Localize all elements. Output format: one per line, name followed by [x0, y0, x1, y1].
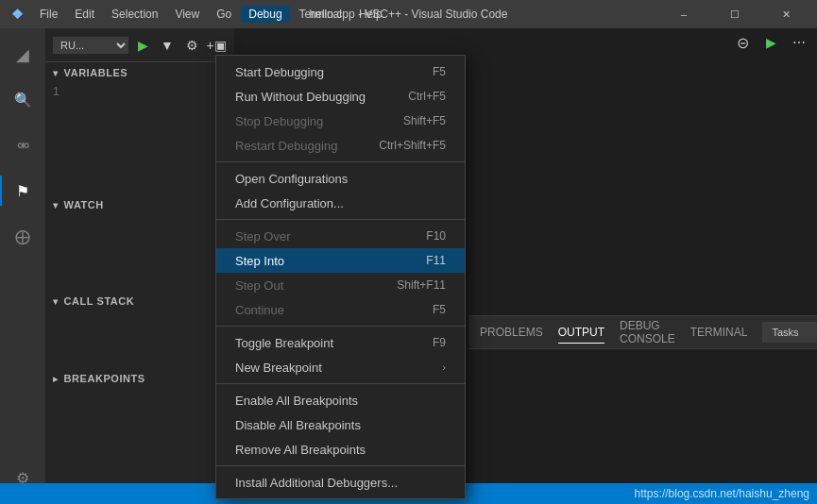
menu-item-shortcut: F5	[433, 65, 446, 78]
menu-item-run-without-debugging[interactable]: Run Without DebuggingCtrl+F5	[216, 84, 465, 109]
menu-item-label: Step Into	[235, 254, 284, 268]
submenu-arrow-icon: ›	[442, 361, 446, 373]
debug-split-btn[interactable]: +▣	[206, 35, 227, 56]
menu-item-toggle-breakpoint[interactable]: Toggle BreakpointF9	[216, 330, 465, 355]
menu-item-label: Run Without Debugging	[235, 90, 366, 104]
menu-debug[interactable]: Debug	[241, 6, 289, 23]
breakpoints-label: BREAKPOINTS	[64, 373, 145, 384]
task-select[interactable]: Tasks	[762, 322, 817, 343]
variables-number: 1	[45, 83, 234, 100]
more-actions-btn[interactable]: ⋯	[789, 32, 809, 53]
window-controls: – ☐ ✕	[662, 0, 808, 28]
menu-item-shortcut: F11	[426, 254, 446, 267]
breakpoints-header[interactable]: ▸ BREAKPOINTS	[45, 368, 234, 389]
menu-item-label: Continue	[235, 303, 284, 317]
breakpoints-chevron-icon: ▸	[53, 374, 59, 384]
menu-item-restart-debugging: Restart DebuggingCtrl+Shift+F5	[216, 133, 465, 158]
watch-label: WATCH	[64, 199, 104, 210]
start-debug-btn[interactable]: ▶	[132, 35, 153, 56]
menu-item-stop-debugging: Stop DebuggingShift+F5	[216, 109, 465, 133]
tab-output[interactable]: OUTPUT	[558, 322, 604, 344]
activity-extensions[interactable]: ⨁	[0, 213, 45, 259]
menu-item-label: New Breakpoint	[235, 361, 322, 375]
menu-separator	[216, 383, 465, 384]
layout-btn[interactable]: ⊝	[732, 32, 753, 53]
menu-item-step-into: Step IntoF11	[216, 248, 465, 273]
debug-toolbar: RU... ▶ ▼ ⚙ +▣	[45, 28, 234, 62]
menu-item-label: Stop Debugging	[235, 114, 323, 128]
minimize-btn[interactable]: –	[662, 0, 706, 28]
debug-config-select[interactable]: RU...	[53, 37, 128, 54]
search-icon: 🔍	[14, 92, 32, 109]
debug-gear-btn[interactable]: ⚙	[181, 35, 202, 56]
panel-tabs: PROBLEMS OUTPUT DEBUG CONSOLE TERMINAL T…	[468, 316, 817, 349]
app-icon: ❖	[9, 7, 25, 22]
menu-separator	[216, 465, 465, 466]
variables-section: ▾ VARIABLES 1	[45, 62, 234, 100]
menu-file[interactable]: File	[32, 6, 65, 23]
maximize-btn[interactable]: ☐	[713, 0, 757, 28]
menu-item-label: Remove All Breakpoints	[235, 443, 366, 457]
menu-item-label: Step Over	[235, 229, 291, 244]
menu-item-shortcut: Ctrl+Shift+F5	[379, 139, 446, 152]
run-code-btn[interactable]: ▶	[760, 32, 781, 53]
call-stack-chevron-icon: ▾	[53, 296, 59, 307]
menu-item-add-configuration[interactable]: Add Configuration...	[216, 191, 465, 215]
menu-item-remove-all-breakpoints[interactable]: Remove All Breakpoints	[216, 437, 465, 462]
call-stack-header[interactable]: ▾ CALL STACK	[45, 291, 234, 311]
menu-view[interactable]: View	[167, 6, 207, 23]
activity-search[interactable]: 🔍	[0, 77, 45, 123]
variables-label: VARIABLES	[64, 67, 128, 78]
menu-item-enable-all-breakpoints[interactable]: Enable All Breakpoints	[216, 388, 465, 412]
activity-explorer[interactable]: ◢	[0, 32, 45, 77]
explorer-icon: ◢	[16, 44, 29, 65]
menu-item-label: Toggle Breakpoint	[235, 336, 333, 350]
tab-terminal[interactable]: TERMINAL	[690, 322, 748, 344]
titlebar: ❖ File Edit Selection View Go Debug Term…	[0, 0, 817, 28]
menu-item-shortcut: Shift+F5	[403, 114, 446, 127]
menu-item-shortcut: Shift+F11	[397, 278, 446, 292]
menu-item-install-additional-debuggers[interactable]: Install Additional Debuggers...	[216, 470, 465, 495]
tab-problems[interactable]: PROBLEMS	[480, 322, 543, 344]
menu-item-shortcut: Ctrl+F5	[408, 90, 446, 103]
menu-item-continue: ContinueF5	[216, 297, 465, 322]
menu-item-start-debugging[interactable]: Start DebuggingF5	[216, 59, 465, 84]
menu-item-label: Install Additional Debuggers...	[235, 476, 398, 490]
statusbar-url: https://blog.csdn.net/haishu_zheng	[635, 487, 809, 500]
activity-source-control[interactable]: ⚮	[0, 123, 45, 168]
watch-section: ▾ WATCH	[45, 194, 234, 215]
menu-separator	[216, 219, 465, 220]
call-stack-section: ▾ CALL STACK	[45, 291, 234, 311]
variables-header[interactable]: ▾ VARIABLES	[45, 62, 234, 83]
menu-item-label: Open Configurations	[235, 172, 348, 186]
activity-debug[interactable]: ⚑	[0, 168, 45, 213]
menu-item-shortcut: F9	[433, 336, 446, 349]
sidebar: RU... ▶ ▼ ⚙ +▣ ▾ VARIABLES 1 ▾ WATCH ▾	[45, 28, 234, 504]
menu-go[interactable]: Go	[209, 6, 239, 23]
menu-item-label: Add Configuration...	[235, 196, 344, 210]
menu-separator	[216, 161, 465, 162]
call-stack-label: CALL STACK	[64, 295, 135, 307]
activity-bar: ◢ 🔍 ⚮ ⚑ ⨁ ⚙	[0, 28, 45, 504]
menu-item-disable-all-breakpoints[interactable]: Disable All Breakpoints	[216, 412, 465, 437]
menu-edit[interactable]: Edit	[67, 6, 102, 23]
menu-separator	[216, 326, 465, 327]
extensions-icon: ⨁	[15, 227, 30, 245]
menu-selection[interactable]: Selection	[104, 6, 165, 23]
window-title: hello.cpp - VSC++ - Visual Studio Code	[310, 8, 508, 21]
breakpoints-section: ▸ BREAKPOINTS	[45, 368, 234, 389]
menu-item-label: Enable All Breakpoints	[235, 394, 358, 408]
watch-header[interactable]: ▾ WATCH	[45, 194, 234, 215]
close-btn[interactable]: ✕	[764, 0, 808, 28]
menu-item-shortcut: F5	[433, 303, 446, 316]
tab-debug-console[interactable]: DEBUG CONSOLE	[620, 315, 675, 350]
menu-item-shortcut: F10	[426, 229, 446, 243]
menu-item-new-breakpoint[interactable]: New Breakpoint›	[216, 355, 465, 379]
bottom-panel: PROBLEMS OUTPUT DEBUG CONSOLE TERMINAL T…	[468, 315, 817, 504]
menu-item-step-out: Step OutShift+F11	[216, 273, 465, 297]
menu-item-step-over: Step OverF10	[216, 224, 465, 248]
menu-item-open-configurations[interactable]: Open Configurations	[216, 166, 465, 191]
menu-item-label: Restart Debugging	[235, 139, 337, 153]
variables-chevron-icon: ▾	[53, 68, 59, 78]
debug-chevron-btn[interactable]: ▼	[157, 35, 178, 56]
